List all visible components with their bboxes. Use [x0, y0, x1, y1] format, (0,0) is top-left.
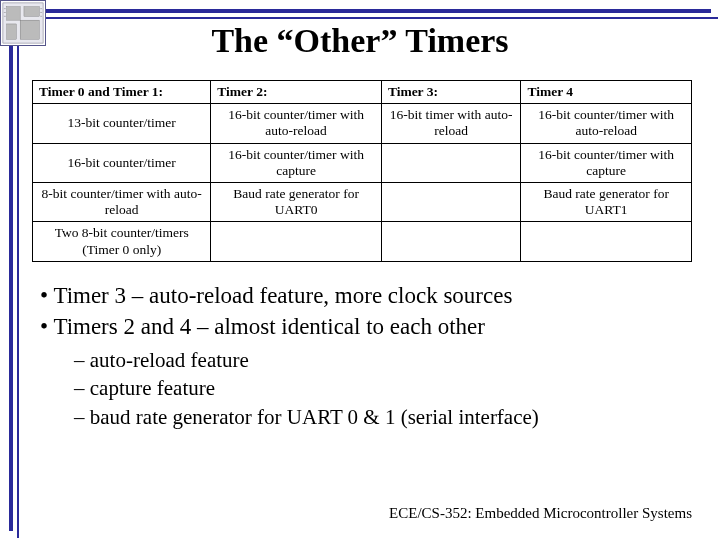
bullet-text: auto-reload feature — [90, 348, 249, 372]
col-header: Timer 4 — [521, 81, 692, 104]
table-cell: 16-bit counter/timer with auto-reload — [521, 104, 692, 143]
sub-bullet-item: baud rate generator for UART 0 & 1 (seri… — [74, 403, 680, 431]
svg-rect-2 — [24, 7, 39, 17]
table-cell: Baud rate generator for UART0 — [211, 182, 382, 221]
bullet-text: Timers 2 and 4 – almost identical to eac… — [53, 314, 485, 339]
table-cell: Two 8-bit counter/timers (Timer 0 only) — [33, 222, 211, 261]
table-row: 8-bit counter/timer with auto-reload Bau… — [33, 182, 692, 221]
bullet-item: Timer 3 – auto-reload feature, more cloc… — [40, 280, 680, 311]
slide: The “Other” Timers Timer 0 and Timer 1: … — [0, 0, 720, 540]
footer-text: ECE/CS-352: Embedded Microcontroller Sys… — [389, 505, 692, 522]
bullet-list: Timer 3 – auto-reload feature, more cloc… — [40, 280, 680, 431]
table-cell — [521, 222, 692, 261]
table-cell: 16-bit timer with auto-reload — [381, 104, 521, 143]
sub-bullet-item: auto-reload feature — [74, 346, 680, 374]
table-row: 16-bit counter/timer 16-bit counter/time… — [33, 143, 692, 182]
sub-bullet-item: capture feature — [74, 374, 680, 402]
bullet-text: baud rate generator for UART 0 & 1 (seri… — [90, 405, 539, 429]
col-header: Timer 3: — [381, 81, 521, 104]
bullet-text: capture feature — [90, 376, 215, 400]
table-header-row: Timer 0 and Timer 1: Timer 2: Timer 3: T… — [33, 81, 692, 104]
timer-table: Timer 0 and Timer 1: Timer 2: Timer 3: T… — [32, 80, 692, 262]
table-cell: 8-bit counter/timer with auto-reload — [33, 182, 211, 221]
table-row: Two 8-bit counter/timers (Timer 0 only) — [33, 222, 692, 261]
table-cell — [211, 222, 382, 261]
table-cell: 16-bit counter/timer — [33, 143, 211, 182]
table-cell — [381, 222, 521, 261]
col-header: Timer 0 and Timer 1: — [33, 81, 211, 104]
table-row: 13-bit counter/timer 16-bit counter/time… — [33, 104, 692, 143]
table-cell: 16-bit counter/timer with capture — [521, 143, 692, 182]
slide-title: The “Other” Timers — [0, 22, 720, 60]
svg-rect-1 — [7, 7, 20, 20]
table-cell: 13-bit counter/timer — [33, 104, 211, 143]
bullet-item: Timers 2 and 4 – almost identical to eac… — [40, 311, 680, 431]
table-cell — [381, 182, 521, 221]
table-cell: Baud rate generator for UART1 — [521, 182, 692, 221]
table-cell: 16-bit counter/timer with capture — [211, 143, 382, 182]
bullet-text: Timer 3 – auto-reload feature, more cloc… — [53, 283, 512, 308]
table-cell: 16-bit counter/timer with auto-reload — [211, 104, 382, 143]
col-header: Timer 2: — [211, 81, 382, 104]
table-cell — [381, 143, 521, 182]
